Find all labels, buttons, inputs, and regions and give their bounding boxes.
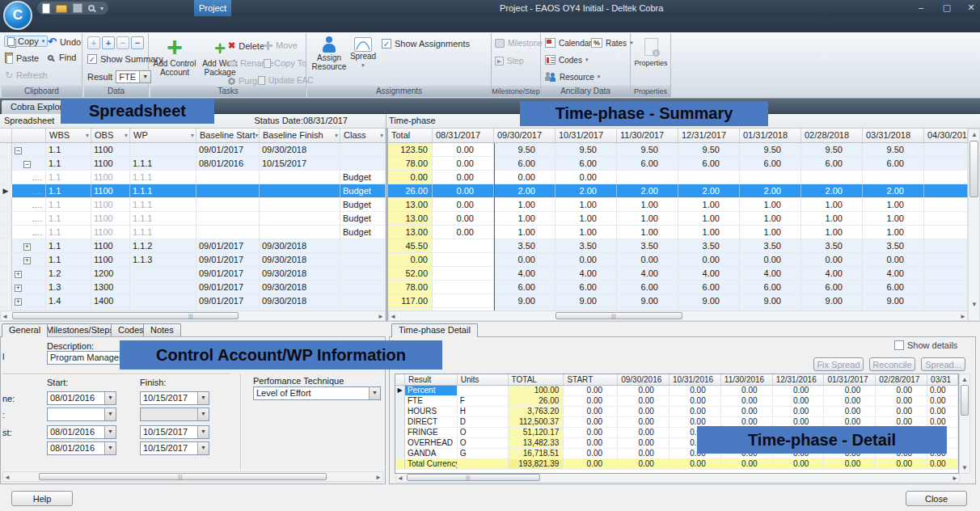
- total-cell[interactable]: 78.00: [388, 157, 433, 170]
- tab-milestones-steps[interactable]: Milestones/Steps: [39, 323, 121, 336]
- value-cell[interactable]: 0.00: [564, 386, 618, 395]
- total-cell[interactable]: 123.50: [388, 143, 433, 156]
- grid-cell[interactable]: 1.1: [46, 226, 91, 239]
- grid-cell[interactable]: 09/30/2018: [260, 239, 340, 252]
- value-cell[interactable]: 6.00: [617, 281, 678, 294]
- spreadsheet-hscrollbar[interactable]: ◄ ► |||: [0, 310, 386, 321]
- column-header-12-31-2016[interactable]: 12/31/2016: [773, 374, 825, 385]
- value-cell[interactable]: 3.50: [801, 239, 863, 252]
- grid-cell[interactable]: [340, 281, 386, 294]
- minimize-icon[interactable]: –: [914, 2, 928, 14]
- value-cell[interactable]: 0.00: [494, 171, 555, 184]
- value-cell[interactable]: [801, 171, 863, 184]
- grid-cell[interactable]: [340, 143, 386, 156]
- grid-cell[interactable]: [130, 143, 196, 156]
- grid-cell[interactable]: 1.1.3: [130, 253, 196, 266]
- value-cell[interactable]: 0.00: [863, 253, 924, 266]
- units-cell[interactable]: [458, 386, 509, 395]
- table-row[interactable]: ▶1.111001.1.1Budget: [0, 184, 386, 198]
- grid-cell[interactable]: 09/30/2018: [260, 267, 340, 280]
- value-cell[interactable]: 2.00: [678, 184, 740, 197]
- value-cell[interactable]: [678, 171, 740, 184]
- column-header-result[interactable]: Result: [405, 374, 458, 385]
- value-cell[interactable]: 0.00: [678, 253, 740, 266]
- total-cell[interactable]: 78.00: [388, 281, 433, 294]
- column-header-total[interactable]: TOTAL: [509, 374, 564, 385]
- grid-cell[interactable]: 1100: [91, 143, 130, 156]
- column-header-baseline-start[interactable]: Baseline Start▾: [196, 129, 260, 142]
- value-cell[interactable]: 0.00: [824, 396, 876, 406]
- add-all-icon[interactable]: +: [102, 36, 115, 49]
- result-cell[interactable]: DIRECT: [405, 417, 458, 427]
- table-row[interactable]: 13.000.001.001.001.001.001.001.001.00: [388, 212, 968, 226]
- value-cell[interactable]: [924, 212, 968, 225]
- table-row[interactable]: +1.4140009/01/201709/30/2018: [0, 294, 386, 308]
- finish-date-combobox[interactable]: 10/15/2017▼: [140, 391, 209, 405]
- grid-cell[interactable]: 1.1: [46, 212, 91, 225]
- value-cell[interactable]: 0.00: [618, 449, 670, 458]
- value-cell[interactable]: [924, 226, 968, 239]
- value-cell[interactable]: 0.00: [801, 253, 863, 266]
- start-date-combobox[interactable]: 08/01/2016▼: [47, 425, 116, 439]
- grid-cell[interactable]: 1.1.1: [130, 157, 196, 170]
- add-control-account-button[interactable]: + Add Control Account: [152, 35, 197, 77]
- contextual-tab-project[interactable]: Project: [194, 0, 231, 16]
- table-row[interactable]: HOURSH3,763.200.000.000.000.000.000.000.…: [395, 407, 958, 417]
- value-cell[interactable]: 0.00: [876, 459, 927, 469]
- value-cell[interactable]: 6.00: [494, 281, 555, 294]
- tab-notes[interactable]: Notes: [143, 323, 181, 336]
- grid-cell[interactable]: 1.1.1: [130, 226, 196, 239]
- value-cell[interactable]: 1.00: [740, 212, 801, 225]
- help-button[interactable]: Help: [11, 491, 73, 506]
- value-cell[interactable]: [924, 281, 968, 294]
- value-cell[interactable]: 9.50: [801, 143, 863, 156]
- scroll-left-icon[interactable]: ◄: [4, 474, 11, 481]
- units-cell[interactable]: G: [458, 449, 509, 458]
- filter-dropdown-icon[interactable]: ▾: [191, 130, 194, 142]
- scroll-right-icon[interactable]: ►: [378, 313, 384, 320]
- scrollbar-thumb[interactable]: [12, 312, 239, 319]
- delete-button[interactable]: ✖ Delete: [228, 40, 264, 51]
- scroll-up-icon[interactable]: ▲: [961, 376, 968, 383]
- codes-button[interactable]: Codes▾: [545, 55, 588, 65]
- value-cell[interactable]: 9.00: [555, 294, 617, 307]
- grid-cell[interactable]: 1.1: [46, 253, 91, 266]
- total-cell[interactable]: 0.00: [388, 253, 433, 266]
- column-header-10-31-2017[interactable]: 10/31/2017: [555, 129, 617, 142]
- value-cell[interactable]: 3.50: [678, 239, 740, 252]
- column-header-wp[interactable]: WP▾: [130, 129, 196, 142]
- grid-cell[interactable]: [196, 212, 260, 225]
- grid-cell[interactable]: 1100: [91, 184, 130, 197]
- reconcile-button[interactable]: Reconcile: [869, 357, 915, 371]
- value-cell[interactable]: [433, 267, 494, 280]
- grid-cell[interactable]: [130, 281, 196, 294]
- total-cell[interactable]: 26.00: [509, 396, 564, 406]
- table-row[interactable]: 1.111001.1.1Budget: [0, 212, 386, 226]
- scrollbar-thumb[interactable]: [961, 385, 969, 416]
- value-cell[interactable]: 0.00: [564, 428, 618, 437]
- grid-cell[interactable]: Budget: [340, 171, 386, 184]
- grid-cell[interactable]: 1100: [91, 212, 130, 225]
- grid-cell[interactable]: 09/01/2017: [196, 281, 260, 294]
- value-cell[interactable]: 1.00: [801, 212, 863, 225]
- qat-dropdown-icon[interactable]: ▾: [100, 5, 103, 12]
- grid-cell[interactable]: 1.1.2: [130, 239, 196, 252]
- result-cell[interactable]: HOURS: [405, 407, 458, 416]
- grid-cell[interactable]: 1.4: [46, 294, 91, 307]
- grid-cell[interactable]: 1.1: [46, 143, 91, 156]
- value-cell[interactable]: 0.00: [433, 184, 494, 197]
- value-cell[interactable]: [740, 171, 801, 184]
- value-cell[interactable]: 0.00: [433, 198, 494, 211]
- chevron-down-icon[interactable]: ▼: [197, 392, 209, 404]
- copy-dropdown-icon[interactable]: ▾: [42, 38, 45, 44]
- value-cell[interactable]: 0.00: [670, 396, 721, 406]
- column-header-11-30-2016[interactable]: 11/30/2016: [721, 374, 773, 385]
- value-cell[interactable]: [617, 171, 678, 184]
- total-cell[interactable]: 3,763.20: [509, 407, 564, 416]
- total-cell[interactable]: 117.00: [388, 294, 433, 307]
- grid-cell[interactable]: 1.1: [46, 239, 91, 252]
- grid-cell[interactable]: 1.1: [46, 171, 91, 184]
- value-cell[interactable]: 0.00: [773, 459, 825, 469]
- value-cell[interactable]: 3.50: [740, 239, 801, 252]
- result-cell[interactable]: FTE: [405, 396, 458, 406]
